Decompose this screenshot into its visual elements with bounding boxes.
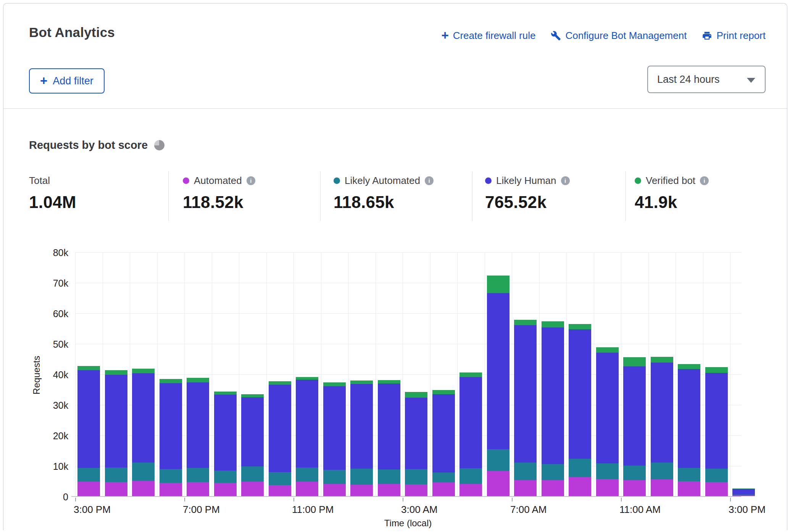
chart-bar[interactable]	[350, 380, 373, 496]
time-range-select[interactable]: Last 24 hours	[647, 66, 766, 93]
chart-bar[interactable]	[160, 379, 182, 496]
bar-segment	[678, 369, 700, 468]
chart-bar[interactable]	[241, 394, 264, 496]
bar-segment	[514, 480, 537, 496]
bar-segment	[187, 378, 209, 382]
chart-bar[interactable]	[542, 321, 564, 496]
stat-likely-human: Likely Human i 765.52k	[485, 175, 570, 212]
chart-bar[interactable]	[487, 276, 509, 496]
chart-bar[interactable]	[459, 372, 482, 496]
x-tick-mark	[512, 498, 513, 501]
bar-segment	[296, 468, 318, 482]
bar-segment	[542, 327, 564, 464]
y-tick-label: 20k	[53, 430, 68, 442]
chart-bar[interactable]	[323, 382, 346, 496]
chart-bar[interactable]	[77, 366, 100, 496]
gridline	[75, 253, 76, 497]
chart-bar[interactable]	[296, 377, 318, 496]
bar-segment	[160, 383, 182, 469]
bar-segment	[241, 482, 264, 496]
bar-segment	[459, 484, 482, 496]
chart-bar[interactable]	[187, 378, 209, 496]
bar-segment	[214, 392, 237, 395]
gridline	[75, 313, 741, 314]
y-tick-label: 50k	[53, 339, 68, 350]
print-report-link[interactable]: Print report	[702, 30, 766, 42]
y-tick-label: 80k	[53, 247, 68, 258]
stat-verified-bot-value: 41.9k	[635, 193, 709, 212]
bar-segment	[241, 394, 264, 397]
pie-chart-icon	[154, 140, 164, 150]
info-icon[interactable]: i	[247, 176, 255, 185]
bar-segment	[105, 375, 127, 468]
chart-bar[interactable]	[214, 392, 237, 496]
chart-bar[interactable]	[596, 347, 619, 496]
bar-segment	[651, 463, 673, 479]
bar-segment	[214, 483, 237, 496]
bar-segment	[569, 324, 591, 329]
chart-bar[interactable]	[651, 357, 673, 496]
bar-segment	[459, 372, 482, 377]
chart-bar[interactable]	[569, 324, 591, 496]
bar-segment	[241, 466, 264, 482]
chart-bar[interactable]	[132, 369, 155, 496]
bar-segment	[160, 379, 182, 383]
configure-bot-management-link[interactable]: Configure Bot Management	[551, 30, 687, 42]
bar-segment	[487, 471, 509, 496]
x-tick-label: 11:00 PM	[292, 504, 334, 516]
chart-bar[interactable]	[269, 381, 291, 496]
bar-segment	[350, 384, 373, 469]
bar-segment	[569, 459, 591, 477]
section-title: Requests by bot score	[29, 139, 164, 152]
stat-likely-human-label: Likely Human	[496, 175, 556, 187]
stat-automated: Automated i 118.52k	[183, 175, 255, 212]
gridline	[75, 252, 741, 253]
likely-automated-dot	[334, 177, 340, 184]
info-icon[interactable]: i	[561, 176, 570, 185]
stat-likely-automated-value: 118.65k	[334, 193, 434, 212]
x-tick-mark	[293, 498, 294, 501]
chart-bar[interactable]	[378, 380, 400, 496]
likely-human-dot	[485, 177, 492, 184]
bar-segment	[269, 385, 291, 472]
chart-bar[interactable]	[105, 370, 127, 496]
gridline	[75, 344, 741, 344]
info-icon[interactable]: i	[425, 176, 434, 185]
stat-total-value: 1.04M	[29, 193, 76, 212]
plus-icon: +	[441, 29, 448, 42]
bar-segment	[160, 483, 182, 496]
bar-segment	[514, 463, 537, 480]
info-icon[interactable]: i	[700, 176, 709, 185]
chart-bar[interactable]	[705, 367, 728, 496]
bar-segment	[77, 366, 100, 370]
chart-bar[interactable]	[405, 392, 427, 496]
plus-icon: +	[40, 74, 47, 87]
bar-segment	[569, 329, 591, 459]
gridline	[485, 253, 485, 497]
bar-segment	[596, 347, 619, 353]
printer-icon	[702, 31, 712, 41]
add-filter-button[interactable]: + Add filter	[29, 68, 105, 94]
gridline	[293, 253, 294, 497]
bot-analytics-card: Bot Analytics + Create firewall rule Con…	[3, 3, 787, 530]
bar-segment	[678, 364, 700, 369]
bar-segment	[514, 320, 537, 325]
chart-bar[interactable]	[514, 320, 537, 496]
gridline	[676, 253, 676, 497]
y-tick-label: 40k	[53, 369, 68, 380]
chart-bar[interactable]	[432, 390, 455, 496]
bar-segment	[378, 384, 400, 470]
header-actions: + Create firewall rule Configure Bot Man…	[441, 29, 766, 42]
gridline	[239, 253, 239, 497]
y-tick-label: 0	[63, 492, 68, 503]
chart-bar[interactable]	[623, 357, 646, 496]
chart-bar[interactable]	[732, 488, 755, 496]
bar-segment	[350, 485, 373, 496]
bar-segment	[132, 373, 155, 463]
gridline	[184, 253, 185, 497]
chart-bar[interactable]	[678, 364, 700, 496]
bar-segment	[350, 469, 373, 485]
x-tick-label: 3:00 PM	[729, 504, 766, 516]
create-firewall-rule-link[interactable]: + Create firewall rule	[441, 29, 535, 42]
bar-segment	[105, 482, 127, 496]
